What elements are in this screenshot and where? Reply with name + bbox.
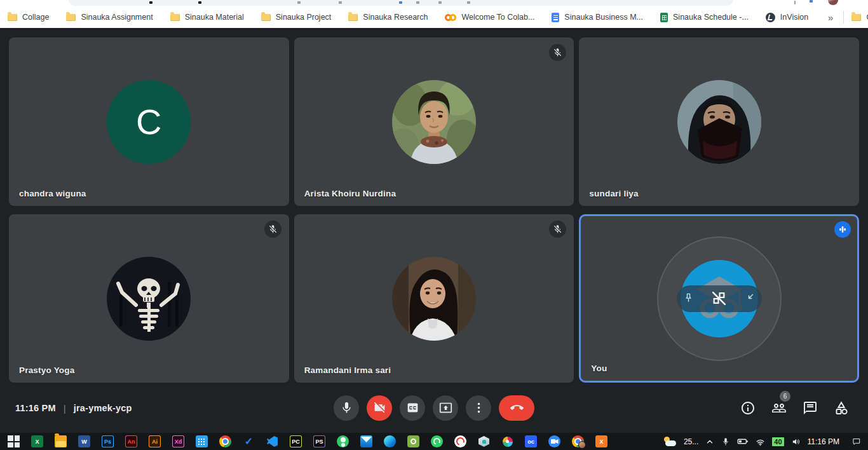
- excel-icon[interactable]: X: [31, 435, 43, 447]
- flower-app-icon[interactable]: [501, 435, 513, 447]
- pycharm-icon[interactable]: PC: [290, 435, 302, 447]
- chat-button[interactable]: [803, 400, 818, 416]
- bookmark-invision[interactable]: InVision: [766, 13, 808, 22]
- check-app-icon[interactable]: ✓: [243, 435, 255, 447]
- bookmark-label: Collage: [22, 13, 49, 22]
- participant-name: chandra wiguna: [19, 189, 86, 198]
- word-icon[interactable]: W: [78, 435, 90, 447]
- bookmarks-bar: CollageSinauka AssignmentSinauka Materia…: [0, 6, 868, 28]
- animate-icon[interactable]: An: [125, 435, 137, 447]
- screen-recorder-icon[interactable]: [407, 435, 419, 447]
- start-icon[interactable]: [8, 435, 20, 447]
- participant-tile-prastyo[interactable]: Prastyo Yoga: [9, 214, 289, 383]
- illustrator-icon[interactable]: Ai: [149, 435, 161, 447]
- bookmarks-bar-right: » Other bookmarks: [825, 11, 868, 24]
- taskbar-clock[interactable]: 11:16 PM: [808, 437, 839, 446]
- calendar-icon[interactable]: [196, 435, 208, 447]
- info-icon: [740, 400, 756, 416]
- chrome-profile-icon[interactable]: [572, 435, 584, 447]
- battery-percent-badge[interactable]: 40: [772, 437, 783, 446]
- tray-chevron-up-icon[interactable]: [705, 437, 714, 446]
- whatsapp-icon[interactable]: [431, 435, 443, 447]
- mail-icon[interactable]: [360, 435, 372, 447]
- xampp-icon[interactable]: X: [595, 435, 607, 447]
- video-camera-app-icon[interactable]: [548, 435, 560, 447]
- present-icon: [439, 401, 452, 414]
- participant-tile-chandra[interactable]: C chandra wiguna: [9, 38, 289, 206]
- microphone-button[interactable]: [334, 395, 359, 421]
- participant-tile-arista[interactable]: Arista Khoiru Nurdina: [294, 38, 574, 206]
- toolbar-fragment: [467, 1, 470, 4]
- activities-button[interactable]: [834, 400, 849, 416]
- minimize-icon[interactable]: [744, 292, 756, 304]
- phpstorm-icon[interactable]: PS: [313, 435, 325, 447]
- bookmark-sinauka-assignment[interactable]: Sinauka Assignment: [66, 13, 153, 22]
- avatar-photo: [392, 80, 476, 164]
- tray-battery-icon[interactable]: [737, 437, 749, 446]
- sheets-icon: [660, 13, 668, 22]
- more-options-button[interactable]: [466, 395, 491, 421]
- camera-off-button[interactable]: [367, 395, 392, 421]
- system-tray: 25... 40 11:16 PM: [663, 437, 868, 447]
- participant-tile-you[interactable]: You: [579, 214, 859, 383]
- participant-name: Ramandani Irma sari: [304, 365, 391, 375]
- profile-avatar-partial[interactable]: [828, 0, 838, 5]
- avatar-photo: [677, 80, 761, 164]
- mic-muted-badge: [264, 221, 281, 238]
- adobe-xd-icon[interactable]: Xd: [172, 435, 184, 447]
- tray-speaker-icon[interactable]: [791, 437, 801, 446]
- end-call-icon: [510, 401, 524, 414]
- file-explorer-icon[interactable]: [55, 435, 67, 447]
- colab-icon: [445, 14, 456, 21]
- bookmark-label: Sinauka Assignment: [81, 13, 153, 22]
- unpin-from-grid-icon[interactable]: [711, 290, 727, 306]
- tray-microphone-icon[interactable]: [721, 437, 730, 446]
- oc-app-icon[interactable]: oc: [525, 435, 537, 447]
- chrome-icon[interactable]: [219, 435, 231, 447]
- bookmark-sinauka-material[interactable]: Sinauka Material: [170, 13, 244, 22]
- meeting-panels: 6: [740, 400, 849, 416]
- folder-icon: [66, 14, 76, 21]
- clock: 11:16 PM: [15, 403, 56, 413]
- participant-name: sundari liya: [589, 189, 638, 198]
- meeting-details-button[interactable]: [740, 400, 756, 416]
- call-controls: [334, 395, 534, 421]
- bookmarks-divider: [843, 11, 844, 24]
- edge-icon[interactable]: [384, 435, 396, 447]
- vscode-icon[interactable]: [266, 435, 278, 447]
- bookmark-sinauka-business-m[interactable]: Sinauka Business M...: [552, 13, 643, 22]
- bookmark-welcome-to-colab[interactable]: Welcome To Colab...: [445, 13, 534, 22]
- weather-temp[interactable]: 25...: [684, 437, 698, 446]
- toolbar-fragment: [339, 1, 342, 4]
- people-button[interactable]: 6: [771, 400, 787, 416]
- hexagon-app-icon[interactable]: [478, 435, 490, 447]
- person-green-app-icon[interactable]: [337, 435, 349, 447]
- taskbar-apps: XWPsAnAiXd✓PCPSocX: [8, 435, 619, 447]
- tray-wifi-icon[interactable]: [756, 437, 765, 446]
- weather-icon[interactable]: [663, 437, 677, 447]
- bookmark-sinauka-project[interactable]: Sinauka Project: [261, 13, 332, 22]
- photoshop-icon[interactable]: Ps: [102, 435, 114, 447]
- captions-button[interactable]: [400, 395, 425, 421]
- toolbar-fragment: [416, 1, 419, 4]
- other-bookmarks-folder[interactable]: Other bookmarks: [851, 13, 868, 22]
- present-button[interactable]: [433, 395, 458, 421]
- bookmark-label: Sinauka Material: [185, 13, 244, 22]
- participant-tile-sundari[interactable]: sundari liya: [579, 38, 859, 206]
- bookmark-sinauka-research[interactable]: Sinauka Research: [348, 13, 428, 22]
- browser-toolbar-strip: [0, 0, 868, 6]
- bookmark-sinauka-schedule[interactable]: Sinauka Schedule -...: [660, 13, 749, 22]
- toolbar-fragment: [438, 1, 442, 4]
- red-swirl-app-icon[interactable]: [454, 435, 466, 447]
- docs-icon: [552, 13, 559, 22]
- bookmarks-overflow-chevron[interactable]: »: [825, 12, 836, 23]
- action-center-icon[interactable]: [851, 437, 862, 446]
- bookmarks-list: CollageSinauka AssignmentSinauka Materia…: [8, 13, 825, 22]
- mic-muted-badge: [549, 44, 566, 61]
- pin-icon[interactable]: [682, 292, 695, 304]
- windows-taskbar: XWPsAnAiXd✓PCPSocX 25... 40 11:16 PM: [0, 433, 868, 450]
- bookmark-collage[interactable]: Collage: [8, 13, 49, 22]
- participant-name: Arista Khoiru Nurdina: [304, 189, 396, 198]
- end-call-button[interactable]: [499, 395, 534, 421]
- participant-tile-ramandani[interactable]: Ramandani Irma sari: [294, 214, 574, 383]
